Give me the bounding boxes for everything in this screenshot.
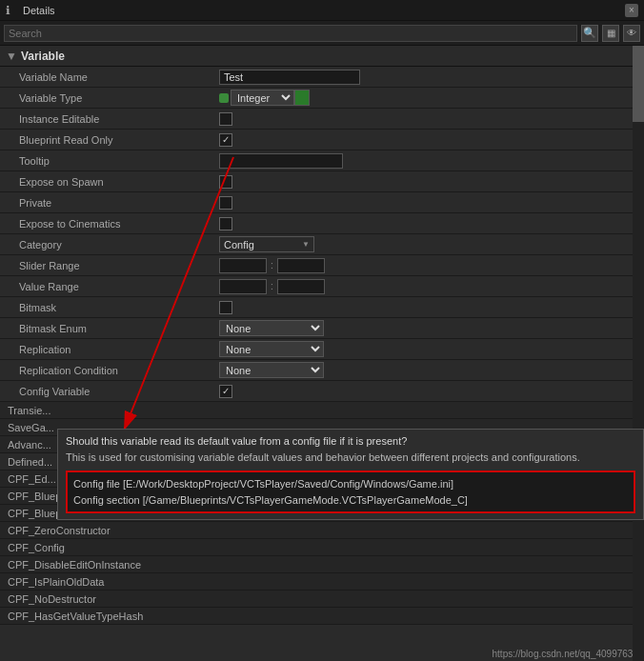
cpf-item-label: CPF_NoDestructor bbox=[8, 593, 96, 605]
bitmask-enum-select[interactable]: None bbox=[219, 320, 324, 336]
label-private: Private bbox=[19, 197, 219, 209]
category-arrow: ▼ bbox=[302, 240, 310, 249]
prop-variable-name: Variable Name bbox=[0, 67, 644, 88]
config-variable-checkbox[interactable] bbox=[219, 385, 232, 398]
value-bitmask-enum: None bbox=[219, 320, 640, 336]
details-icon: ℹ bbox=[6, 4, 19, 17]
website-credit: https://blog.csdn.net/qq_40997637 bbox=[493, 649, 638, 659]
cpf-item-label: CPF_IsPlainOldData bbox=[8, 576, 105, 588]
value-expose-on-spawn bbox=[219, 175, 640, 189]
label-tooltip: Tooltip bbox=[19, 155, 219, 167]
cpf-item-label: CPF_HasGetValueTypeHash bbox=[8, 611, 143, 622]
prop-private: Private bbox=[0, 192, 644, 213]
collapse-arrow: ▼ bbox=[6, 50, 17, 63]
blueprint-readonly-checkbox[interactable] bbox=[219, 133, 232, 147]
label-replication: Replication bbox=[19, 344, 219, 355]
value-expose-to-cinematics bbox=[219, 217, 640, 230]
cpf-item-label: CPF_ZeroConstructor bbox=[8, 525, 111, 536]
prop-blueprint-readonly: Blueprint Read Only bbox=[0, 130, 644, 150]
prop-replication-condition: Replication Condition None bbox=[0, 360, 644, 381]
value-slider-range: : bbox=[219, 258, 640, 273]
savegame-label: SaveGa... bbox=[8, 422, 54, 433]
label-expose-to-cinematics: Expose to Cinematics bbox=[19, 218, 219, 230]
section-label: Variable bbox=[21, 50, 65, 63]
visibility-button[interactable]: 👁 bbox=[623, 25, 640, 42]
tooltip-config-box: Config file [E:/Work/DesktopProject/VCTs… bbox=[66, 471, 635, 513]
prop-instance-editable: Instance Editable bbox=[0, 109, 644, 130]
label-replication-condition: Replication Condition bbox=[19, 365, 219, 376]
scrollbar[interactable] bbox=[633, 46, 644, 661]
cpf-item[interactable]: CPF_Config bbox=[0, 539, 644, 556]
grid-view-button[interactable]: ▦ bbox=[602, 25, 619, 42]
transient-item[interactable]: Transie... bbox=[0, 402, 644, 419]
value-private bbox=[219, 196, 640, 210]
cpf-item[interactable]: CPF_ZeroConstructor bbox=[0, 522, 644, 539]
slider-range-min[interactable] bbox=[219, 258, 267, 273]
value-instance-editable bbox=[219, 112, 640, 126]
cpf-item[interactable]: CPF_IsPlainOldData bbox=[0, 573, 644, 591]
variable-type-select[interactable]: Integer Float Boolean String bbox=[231, 90, 294, 106]
cpf-item-label: CPF_DisableEditOnInstance bbox=[8, 559, 141, 571]
value-replication: None bbox=[219, 341, 640, 357]
tooltip-input[interactable] bbox=[219, 153, 343, 169]
value-range-separator: : bbox=[271, 281, 273, 291]
bitmask-checkbox[interactable] bbox=[219, 301, 232, 314]
prop-slider-range: Slider Range : bbox=[0, 255, 644, 276]
search-input[interactable] bbox=[4, 25, 577, 42]
tooltip-title: Should this variable read its default va… bbox=[66, 435, 635, 447]
value-blueprint-readonly bbox=[219, 133, 640, 147]
title-bar-label: Details bbox=[23, 5, 625, 16]
cpf-item[interactable]: CPF_HasGetValueTypeHash bbox=[0, 608, 644, 625]
value-range-max[interactable] bbox=[277, 279, 325, 294]
tooltip-description: This is used for customising variable de… bbox=[66, 451, 635, 465]
type-color-button[interactable] bbox=[294, 90, 310, 106]
prop-replication: Replication None bbox=[0, 339, 644, 360]
tooltip-config-line1: Config file [E:/Work/DesktopProject/VCTs… bbox=[73, 476, 628, 492]
prop-bitmask: Bitmask bbox=[0, 297, 644, 318]
private-checkbox[interactable] bbox=[219, 196, 232, 210]
instance-editable-checkbox[interactable] bbox=[219, 112, 232, 126]
properties-container: Variable Name Variable Type Integer Floa… bbox=[0, 67, 644, 402]
prop-expose-to-cinematics: Expose to Cinematics bbox=[0, 213, 644, 234]
cpf-item[interactable]: CPF_DisableEditOnInstance bbox=[0, 556, 644, 573]
value-range-min[interactable] bbox=[219, 279, 267, 294]
range-separator: : bbox=[271, 260, 273, 270]
prop-variable-type: Variable Type Integer Float Boolean Stri… bbox=[0, 88, 644, 109]
replication-condition-select[interactable]: None bbox=[219, 362, 324, 378]
tooltip-config-line2: Config section [/Game/Blueprints/VCTsPla… bbox=[73, 492, 628, 509]
cpf-item-label: CPF_Config bbox=[8, 542, 65, 553]
category-dropdown[interactable]: Config ▼ bbox=[219, 236, 314, 252]
category-value: Config bbox=[224, 239, 254, 250]
expose-to-cinematics-checkbox[interactable] bbox=[219, 217, 232, 230]
close-button[interactable]: × bbox=[625, 4, 638, 17]
value-replication-condition: None bbox=[219, 362, 640, 378]
label-instance-editable: Instance Editable bbox=[19, 113, 219, 125]
transient-label: Transie... bbox=[8, 405, 50, 416]
expose-on-spawn-checkbox[interactable] bbox=[219, 175, 232, 189]
value-variable-name bbox=[219, 70, 640, 85]
label-slider-range: Slider Range bbox=[19, 260, 219, 271]
variable-name-input[interactable] bbox=[219, 70, 360, 85]
value-tooltip bbox=[219, 153, 640, 169]
title-bar: ℹ Details × bbox=[0, 0, 644, 21]
label-expose-on-spawn: Expose on Spawn bbox=[19, 176, 219, 188]
label-variable-type: Variable Type bbox=[19, 92, 219, 104]
slider-range-max[interactable] bbox=[277, 258, 325, 273]
label-bitmask-enum: Bitmask Enum bbox=[19, 323, 219, 334]
type-color-indicator bbox=[219, 93, 229, 103]
cpf-item-label: CPF_Ed... bbox=[8, 473, 56, 485]
tooltip-popup: Should this variable read its default va… bbox=[57, 429, 644, 520]
type-dropdown-container: Integer Float Boolean String bbox=[219, 90, 310, 106]
replication-select[interactable]: None bbox=[219, 341, 324, 357]
search-icon-button[interactable]: 🔍 bbox=[581, 25, 598, 42]
prop-tooltip: Tooltip bbox=[0, 150, 644, 171]
scrollbar-thumb[interactable] bbox=[633, 46, 644, 122]
label-value-range: Value Range bbox=[19, 281, 219, 292]
value-variable-type: Integer Float Boolean String bbox=[219, 90, 640, 106]
advanced-label: Advanc... bbox=[8, 439, 51, 451]
label-variable-name: Variable Name bbox=[19, 71, 219, 83]
label-bitmask: Bitmask bbox=[19, 302, 219, 313]
prop-category: Category Config ▼ bbox=[0, 234, 644, 255]
variable-section-header[interactable]: ▼ Variable bbox=[0, 46, 644, 67]
cpf-item[interactable]: CPF_NoDestructor bbox=[0, 591, 644, 608]
